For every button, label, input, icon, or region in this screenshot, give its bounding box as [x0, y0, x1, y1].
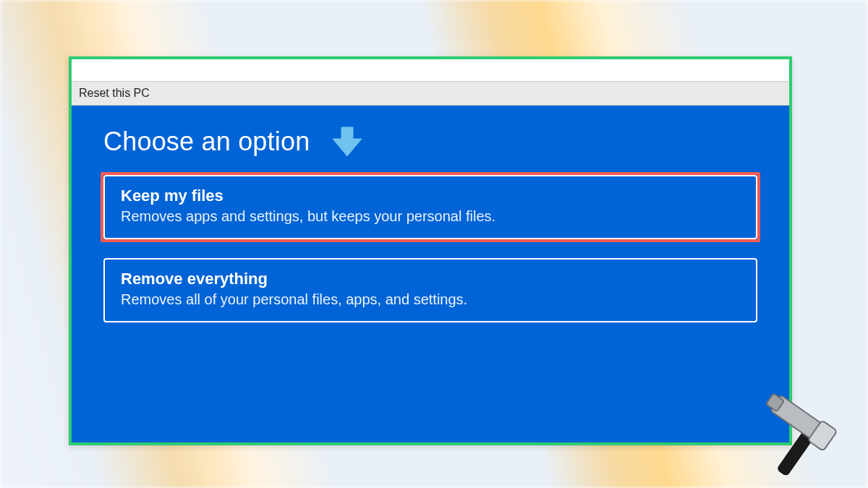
option-title: Remove everything — [121, 270, 740, 288]
option-desc: Removes apps and settings, but keeps you… — [121, 208, 740, 225]
option-remove-everything[interactable]: Remove everything Removes all of your pe… — [103, 258, 757, 322]
page-heading-text: Choose an option — [103, 127, 310, 157]
window-titlebar: Reset this PC — [72, 82, 789, 106]
window-title: Reset this PC — [79, 87, 150, 100]
highlight-box: Keep my files Removes apps and settings,… — [101, 172, 760, 242]
window-chrome-top — [72, 59, 789, 82]
arrow-down-icon — [330, 126, 365, 158]
option-list: Keep my files Removes apps and settings,… — [103, 175, 757, 322]
option-title: Keep my files — [121, 187, 740, 205]
option-desc: Removes all of your personal files, apps… — [121, 291, 740, 308]
option-keep-my-files[interactable]: Keep my files Removes apps and settings,… — [103, 175, 757, 239]
page-heading: Choose an option — [103, 126, 757, 158]
reset-pc-panel: Choose an option Keep my files Removes a… — [72, 106, 789, 442]
screenshot-frame: Reset this PC Choose an option Keep my f… — [69, 56, 792, 445]
